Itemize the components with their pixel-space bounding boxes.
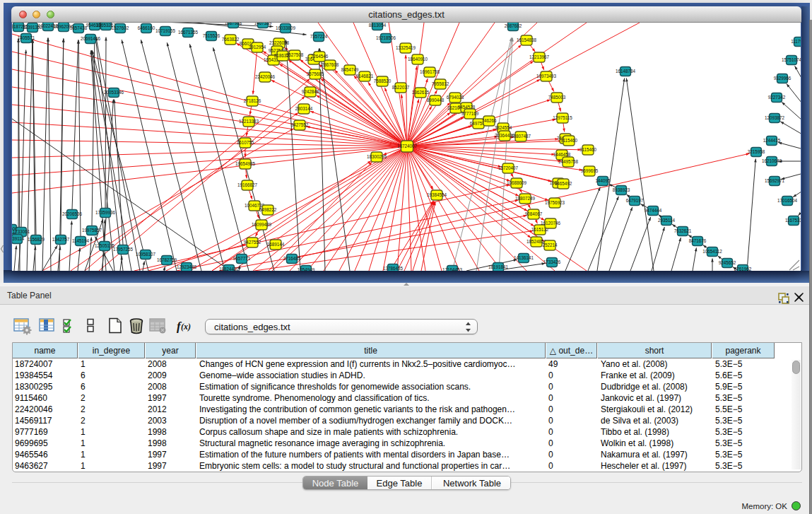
- svg-text:1733061: 1733061: [13, 229, 30, 234]
- svg-text:2803144: 2803144: [295, 106, 313, 111]
- svg-text:9474444: 9474444: [645, 208, 662, 213]
- svg-text:1610755: 1610755: [237, 140, 254, 145]
- svg-text:12975115: 12975115: [553, 115, 572, 120]
- svg-text:1156829: 1156829: [28, 237, 45, 242]
- svg-text:14495758: 14495758: [558, 159, 579, 164]
- svg-text:16033809: 16033809: [276, 25, 296, 30]
- svg-text:18191841: 18191841: [488, 264, 509, 269]
- svg-text:3912954: 3912954: [249, 45, 266, 49]
- svg-text:17359936: 17359936: [95, 210, 116, 215]
- svg-text:6794028: 6794028: [447, 95, 464, 100]
- svg-text:18300295: 18300295: [367, 154, 387, 159]
- svg-text:1689144: 1689144: [267, 242, 285, 247]
- svg-text:2264546: 2264546: [311, 54, 329, 59]
- svg-text:1244415: 1244415: [763, 138, 781, 143]
- svg-text:7515526: 7515526: [203, 33, 220, 38]
- svg-text:3575685: 3575685: [307, 71, 324, 76]
- svg-text:1446458: 1446458: [553, 152, 571, 157]
- svg-text:9084067: 9084067: [525, 211, 543, 216]
- svg-text:9146821: 9146821: [356, 74, 374, 78]
- svg-text:144095: 144095: [595, 178, 611, 183]
- svg-text:9777169: 9777169: [461, 111, 479, 116]
- svg-text:19654985: 19654985: [235, 161, 256, 166]
- svg-text:1167533: 1167533: [785, 218, 801, 223]
- svg-text:10807487: 10807487: [511, 134, 531, 139]
- svg-text:9657771: 9657771: [233, 256, 251, 261]
- svg-text:15692971: 15692971: [765, 178, 785, 183]
- svg-text:2935114: 2935114: [658, 218, 676, 223]
- svg-text:16210643: 16210643: [762, 158, 782, 163]
- svg-text:16671355: 16671355: [178, 30, 199, 35]
- svg-text:3215958: 3215958: [748, 149, 765, 154]
- svg-text:7588520: 7588520: [374, 78, 392, 83]
- svg-text:746266: 746266: [481, 118, 497, 123]
- svg-text:10688609: 10688609: [507, 180, 527, 185]
- svg-text:12505135: 12505135: [95, 243, 115, 248]
- svg-text:9527508: 9527508: [286, 52, 304, 57]
- svg-text:8471676: 8471676: [689, 238, 707, 243]
- svg-text:9245652: 9245652: [719, 260, 736, 265]
- svg-text:10719155: 10719155: [155, 28, 176, 33]
- svg-text:9465492: 9465492: [555, 181, 572, 186]
- svg-text:16961758: 16961758: [420, 69, 440, 74]
- svg-text:8990448: 8990448: [427, 98, 445, 103]
- svg-text:16154838: 16154838: [517, 37, 537, 42]
- svg-text:1145194: 1145194: [72, 238, 90, 243]
- svg-text:1087988: 1087988: [225, 23, 242, 25]
- svg-text:6479197: 6479197: [626, 198, 644, 203]
- svg-text:12213383: 12213383: [239, 119, 259, 124]
- svg-text:19166827: 19166827: [237, 182, 258, 187]
- svg-text:1117916: 1117916: [791, 39, 801, 44]
- svg-text:939114: 939114: [12, 236, 25, 241]
- svg-text:15720407: 15720407: [498, 165, 519, 170]
- svg-text:16120746: 16120746: [541, 221, 561, 226]
- svg-text:9427552: 9427552: [244, 240, 261, 245]
- svg-text:9329966: 9329966: [774, 76, 792, 81]
- svg-text:18640910: 18640910: [408, 57, 428, 62]
- svg-text:9242848: 9242848: [302, 89, 319, 94]
- svg-text:15751074: 15751074: [782, 57, 801, 62]
- svg-text:8454749: 8454749: [341, 67, 359, 72]
- svg-text:18724007: 18724007: [397, 144, 418, 148]
- svg-text:1527602: 1527602: [112, 25, 129, 30]
- svg-text:19384554: 19384554: [427, 192, 447, 197]
- svg-text:1362615: 1362615: [412, 90, 430, 95]
- svg-text:1405571: 1405571: [18, 35, 35, 40]
- svg-text:2867608: 2867608: [322, 62, 339, 67]
- svg-text:5498222: 5498222: [259, 207, 277, 212]
- svg-text:17016504: 17016504: [777, 198, 798, 203]
- svg-text:7485003: 7485003: [548, 95, 566, 100]
- svg-text:7663822: 7663822: [222, 37, 240, 42]
- svg-text:2718126: 2718126: [244, 98, 261, 103]
- svg-text:3824554: 3824554: [495, 125, 512, 130]
- svg-text:16148784: 16148784: [616, 69, 636, 74]
- svg-text:8761962: 8761962: [734, 267, 752, 271]
- svg-text:1857438: 1857438: [70, 25, 88, 30]
- svg-text:19975857: 19975857: [82, 228, 102, 233]
- svg-text:7955812: 7955812: [432, 81, 449, 86]
- svg-text:7357224: 7357224: [310, 34, 328, 39]
- svg-text:6466160: 6466160: [138, 25, 155, 30]
- svg-text:9427552: 9427552: [291, 122, 309, 127]
- svg-text:8938923: 8938923: [613, 187, 630, 192]
- svg-text:12923448: 12923448: [177, 264, 197, 269]
- svg-text:9227342: 9227342: [768, 95, 786, 100]
- svg-text:20053346: 20053346: [104, 90, 124, 95]
- svg-text:9115460: 9115460: [560, 138, 578, 143]
- svg-text:9699695: 9699695: [581, 168, 599, 173]
- svg-text:8522037: 8522037: [392, 85, 410, 90]
- svg-text:20206536: 20206536: [62, 211, 83, 216]
- svg-text:3716485: 3716485: [283, 256, 301, 261]
- svg-text:22420046: 22420046: [255, 74, 276, 79]
- svg-text:(x): (x): [181, 322, 191, 332]
- svg-text:252214: 252214: [542, 243, 558, 247]
- svg-text:1733426: 1733426: [543, 259, 561, 264]
- svg-text:7632621: 7632621: [674, 228, 692, 233]
- svg-text:20691406: 20691406: [81, 36, 101, 41]
- svg-text:16782759: 16782759: [157, 257, 177, 262]
- svg-text:12213967: 12213967: [529, 54, 550, 59]
- svg-text:17957255: 17957255: [113, 247, 134, 252]
- svg-text:1342757: 1342757: [52, 237, 70, 242]
- svg-text:10958107: 10958107: [136, 252, 156, 257]
- svg-text:10973493: 10973493: [536, 74, 557, 78]
